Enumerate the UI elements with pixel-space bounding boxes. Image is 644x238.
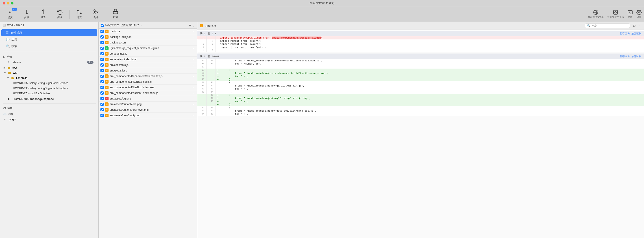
traffic-lights — [3, 2, 14, 4]
file-checkbox[interactable] — [100, 58, 104, 61]
select-all-checkbox[interactable] — [101, 24, 104, 27]
file-checkbox[interactable] — [100, 80, 104, 83]
file-checkbox[interactable] — [100, 52, 104, 55]
push-button[interactable]: 推送 — [36, 7, 51, 21]
diff-lines-chunk1: 1 - import BenchmarkWebpakPlugin from '@… — [197, 36, 644, 52]
file-row[interactable]: Msrc/_components/FilterBox/index.js··· — [99, 79, 197, 85]
branch-item-release[interactable]: release 30↓ — [1, 59, 97, 65]
file-more-btn[interactable]: ··· — [191, 58, 195, 61]
file-more-btn[interactable]: ··· — [191, 86, 195, 89]
svg-rect-11 — [113, 11, 118, 14]
file-checkbox[interactable] — [100, 63, 104, 67]
file-checkbox[interactable] — [100, 35, 104, 38]
sidebar-item-file-status[interactable]: ☰ 文件状态 — [1, 29, 97, 36]
remote-section-header[interactable]: ☁️ 远端 — [0, 111, 98, 117]
file-checkbox[interactable] — [100, 47, 104, 50]
file-row[interactable]: Msrc/assets/buttonMore.png··· — [99, 102, 197, 107]
chunk2-stage-btn[interactable]: 暂存区块 — [620, 55, 630, 58]
file-row[interactable]: Msrc/global.less··· — [99, 68, 197, 73]
file-row[interactable]: Mserver/index.js··· — [99, 51, 197, 57]
branch-group-origin[interactable]: ▼ origin — [1, 117, 97, 122]
file-more-btn[interactable]: ··· — [191, 35, 195, 39]
diff-more-icon[interactable]: ··· — [638, 24, 641, 28]
file-row[interactable]: Msrc/_components/FilterBox/index.less··· — [99, 85, 197, 90]
tags-section-header[interactable]: 🏷 标签 — [0, 105, 98, 111]
chunk1-discard-btn[interactable]: 放弃区块 — [632, 32, 641, 35]
pull-button[interactable]: 拉取 — [19, 7, 34, 21]
stash-button[interactable]: 贮藏 — [108, 7, 123, 21]
branch-group-test[interactable]: ▶ test — [1, 65, 97, 70]
tag-icon: 🏷 — [3, 106, 6, 110]
branch-item-637[interactable]: HCMRD-637-salarySettingSugarTableReplace — [11, 81, 98, 86]
file-header-actions: ≡ ⌄ — [189, 23, 195, 27]
file-more-btn[interactable]: ··· — [191, 108, 195, 112]
close-button[interactable] — [3, 2, 6, 4]
diff-search-input[interactable] — [591, 24, 628, 27]
sort-chevron-icon[interactable]: ⌄ — [140, 24, 142, 26]
file-more-btn[interactable]: ··· — [191, 102, 195, 106]
minimize-button[interactable] — [7, 2, 10, 4]
file-checkbox[interactable] — [100, 103, 104, 106]
dropdown-icon[interactable]: ⌄ — [192, 23, 195, 27]
file-checkbox[interactable] — [100, 30, 104, 33]
file-row[interactable]: A.gitlab/merge_request_templates/Bug.md·… — [99, 45, 197, 51]
branch-button[interactable]: 分支 — [72, 7, 87, 21]
file-more-btn[interactable]: ··· — [191, 74, 195, 78]
chunk2-discard-btn[interactable]: 放弃区块 — [632, 55, 641, 58]
file-name: src/constants.js — [110, 63, 190, 67]
file-more-btn[interactable]: ··· — [191, 52, 195, 56]
file-row[interactable]: Msrc/_components/PositionSelect/index.js… — [99, 90, 197, 96]
settings-button[interactable]: 设置 — [636, 10, 642, 18]
file-row[interactable]: M.umirc.ts··· — [99, 29, 197, 34]
remote-server-button[interactable]: 显示远程服务器 — [588, 10, 604, 18]
file-checkbox[interactable] — [100, 108, 104, 111]
sidebar-item-search[interactable]: 🔍 搜索 — [1, 43, 97, 49]
terminal-button[interactable]: 终端 — [628, 10, 633, 18]
list-icon[interactable]: ≡ — [189, 23, 191, 27]
file-row[interactable]: Msrc/_components/DepartmentSelect/index.… — [99, 73, 197, 79]
file-checkbox[interactable] — [100, 114, 104, 117]
file-row[interactable]: Mpackage-lock.json··· — [99, 34, 197, 40]
file-row[interactable]: Msrc/constants.js··· — [99, 62, 197, 68]
commit-button[interactable]: 305 提交 — [2, 7, 18, 21]
branches-label: 分支 — [7, 55, 12, 58]
settings-label: 设置 — [637, 15, 641, 18]
file-more-btn[interactable]: ··· — [191, 91, 195, 95]
file-row[interactable]: Mserver/view/index.html··· — [99, 57, 197, 62]
toolbar-right: 显示远程服务器 在 Finder 中显示 终端 设置 — [124, 10, 642, 18]
branch-item-874[interactable]: HCMRD-874-scrollBarOptmize — [11, 91, 98, 96]
chunk1-stage-btn[interactable]: 暂存区块 — [620, 32, 630, 35]
sidebar-item-history[interactable]: 🕐 历史 — [1, 36, 97, 43]
file-row[interactable]: Msrc/assets/buttonMoreHover.png··· — [99, 107, 197, 113]
file-more-btn[interactable]: ··· — [191, 97, 195, 100]
merge-button[interactable]: 合并 — [88, 7, 104, 21]
branch-item-900-active[interactable]: HCMRD-900-messageReplace — [1, 96, 97, 102]
maximize-button[interactable] — [11, 2, 14, 4]
finder-button[interactable]: 在 Finder 中显示 — [607, 10, 624, 18]
file-more-btn[interactable]: ··· — [191, 114, 195, 117]
file-checkbox[interactable] — [100, 41, 104, 44]
file-more-btn[interactable]: ··· — [191, 69, 195, 72]
file-row[interactable]: Dsrc/assets/bg.png··· — [99, 96, 197, 102]
file-checkbox[interactable] — [100, 75, 104, 78]
file-checkbox[interactable] — [100, 86, 104, 89]
file-more-btn[interactable]: ··· — [191, 29, 195, 33]
diff-settings-icon[interactable]: ⚙ — [632, 24, 636, 28]
wip-header[interactable]: ▼ wip — [1, 70, 97, 75]
fetch-button[interactable]: 抓取 — [52, 7, 68, 21]
branches-section-header[interactable]: 分支 — [0, 53, 98, 59]
wip-children: ▼ lichenxia HCMRD-637-salarySettingSugar… — [0, 75, 98, 96]
file-checkbox[interactable] — [100, 97, 104, 100]
file-more-btn[interactable]: ··· — [191, 63, 195, 67]
toolbar: 305 提交 拉取 推送 抓取 分支 合并 贮藏 显示远程服务器 在 — [0, 6, 644, 22]
branch-item-638[interactable]: HCMRD-638-salarySettingSugarTableReplace — [11, 86, 98, 91]
file-more-btn[interactable]: ··· — [191, 46, 195, 50]
file-row[interactable]: Msrc/assets/newEmpty.png··· — [99, 113, 197, 118]
file-more-btn[interactable]: ··· — [191, 41, 195, 44]
file-checkbox[interactable] — [100, 91, 104, 95]
file-checkbox[interactable] — [100, 69, 104, 72]
branch-group-lichenxia[interactable]: ▼ lichenxia — [5, 75, 97, 80]
file-row[interactable]: Mpackage.json··· — [99, 40, 197, 45]
folder-test-icon — [8, 66, 10, 69]
file-more-btn[interactable]: ··· — [191, 80, 195, 84]
